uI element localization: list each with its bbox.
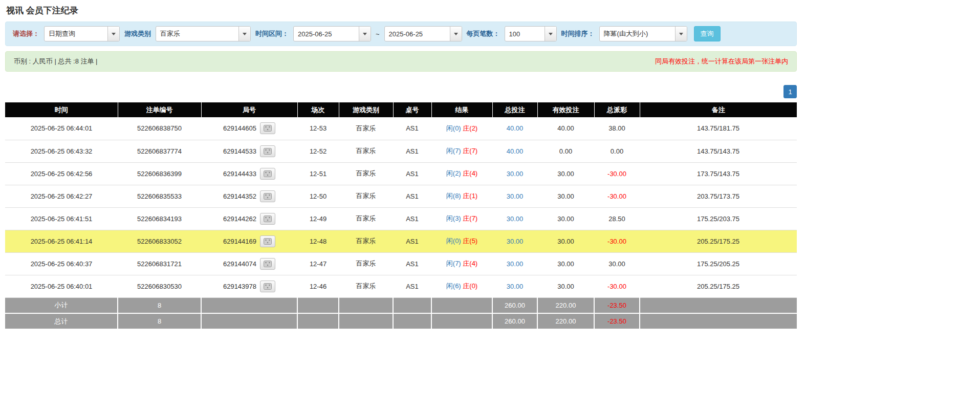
chevron-down-icon[interactable] <box>107 27 119 41</box>
column-header: 有效投注 <box>537 102 594 117</box>
date-from-select[interactable]: 2025-06-25 <box>293 26 371 41</box>
result-cell: 闲(0) 庄(5) <box>431 230 492 252</box>
search-button[interactable]: 查询 <box>694 26 721 41</box>
round-detail-button[interactable] <box>260 168 275 180</box>
result-banker: 庄(0) <box>463 282 477 290</box>
note: 203.75/173.75 <box>640 185 797 207</box>
round-detail-button[interactable] <box>260 122 275 134</box>
total-payout: 28.50 <box>594 207 640 230</box>
session: 12-47 <box>297 252 339 275</box>
round-detail-button[interactable] <box>260 235 275 247</box>
empty-cell <box>339 313 393 329</box>
game-type: 百家乐 <box>339 117 393 140</box>
date-type-value: 日期查询 <box>45 27 107 41</box>
chevron-down-icon[interactable] <box>238 27 250 41</box>
subtotal-total-bet: 260.00 <box>492 297 537 313</box>
game-type: 百家乐 <box>339 275 393 297</box>
round-id: 629144352 <box>223 192 256 200</box>
result-banker: 庄(4) <box>463 260 477 267</box>
bet-time: 2025-06-25 06:40:37 <box>5 252 118 275</box>
session: 12-48 <box>297 230 339 252</box>
valid-bet: 30.00 <box>537 252 594 275</box>
game-type-label: 游戏类别 <box>124 29 151 38</box>
valid-bet: 30.00 <box>537 162 594 185</box>
bet-id: 522606834193 <box>118 207 201 230</box>
bet-time: 2025-06-25 06:44:01 <box>5 117 118 140</box>
subtotal-count: 8 <box>118 297 201 313</box>
round-detail-button[interactable] <box>260 258 275 270</box>
round-id: 629144433 <box>223 170 256 178</box>
table-row: 2025-06-25 06:40:01 522606830530 6291439… <box>5 275 797 297</box>
total-bet-link[interactable]: 30.00 <box>507 238 524 245</box>
pagination-page-1[interactable]: 1 <box>783 85 797 98</box>
game-type: 百家乐 <box>339 185 393 207</box>
game-type-select[interactable]: 百家乐 <box>156 26 251 41</box>
empty-cell <box>297 297 339 313</box>
round-cell: 629144169 <box>201 230 297 252</box>
total-bet-link[interactable]: 30.00 <box>507 215 524 223</box>
pagination: 1 <box>5 85 797 98</box>
result-cell: 闲(6) 庄(0) <box>431 275 492 297</box>
total-bet-link[interactable]: 30.00 <box>507 192 524 200</box>
total-bet-link[interactable]: 30.00 <box>507 283 524 290</box>
table-row: 2025-06-25 06:42:27 522606835533 6291443… <box>5 185 797 207</box>
chevron-down-icon[interactable] <box>359 27 371 41</box>
note: 175.25/203.75 <box>640 207 797 230</box>
round-detail-button[interactable] <box>260 281 275 292</box>
result-player: 闲(3) <box>446 214 461 222</box>
table-number: AS1 <box>393 117 431 140</box>
empty-cell <box>393 297 431 313</box>
chevron-down-icon[interactable] <box>545 27 556 41</box>
bet-id: 522606830530 <box>118 275 201 297</box>
date-type-select[interactable]: 日期查询 <box>44 26 120 41</box>
dice-icon <box>264 261 272 267</box>
dice-icon <box>264 170 272 177</box>
sort-label: 时间排序： <box>561 29 595 38</box>
date-to-select[interactable]: 2025-06-25 <box>384 26 462 41</box>
total-bet-link[interactable]: 30.00 <box>507 170 524 178</box>
result-banker: 庄(4) <box>463 169 477 177</box>
note: 175.25/205.25 <box>640 252 797 275</box>
info-bar: 币别 : 人民币 | 总共 :8 注单 | 同局有效投注，统一计算在该局第一张注… <box>5 51 797 72</box>
total-payout: -30.00 <box>594 230 640 252</box>
table-number: AS1 <box>393 230 431 252</box>
sort-select[interactable]: 降冪(由大到小) <box>599 26 687 41</box>
total-bet-cell: 40.00 <box>492 140 537 162</box>
result-player: 闲(7) <box>446 260 461 267</box>
table-row: 2025-06-25 06:41:14 522606833052 6291441… <box>5 230 797 252</box>
column-header: 时间 <box>5 102 118 117</box>
bet-id: 522606836399 <box>118 162 201 185</box>
table-row: 2025-06-25 06:41:51 522606834193 6291442… <box>5 207 797 230</box>
round-detail-button[interactable] <box>260 213 275 225</box>
empty-cell <box>201 313 297 329</box>
round-detail-button[interactable] <box>260 145 275 157</box>
note: 205.25/175.25 <box>640 275 797 297</box>
total-total-bet: 260.00 <box>492 313 537 329</box>
total-bet-link[interactable]: 40.00 <box>507 147 524 155</box>
table-number: AS1 <box>393 207 431 230</box>
total-bet-link[interactable]: 30.00 <box>507 260 524 268</box>
valid-bet: 30.00 <box>537 275 594 297</box>
result-cell: 闲(2) 庄(4) <box>431 162 492 185</box>
total-count: 8 <box>118 313 201 329</box>
select-type-label: 请选择： <box>13 29 39 38</box>
total-bet-cell: 30.00 <box>492 252 537 275</box>
valid-bet: 30.00 <box>537 185 594 207</box>
column-header: 游戏类别 <box>339 102 393 117</box>
total-label: 总计 <box>5 313 118 329</box>
total-bet-link[interactable]: 40.00 <box>507 124 524 132</box>
bet-time: 2025-06-25 06:42:56 <box>5 162 118 185</box>
empty-cell <box>431 313 492 329</box>
result-banker: 庄(2) <box>463 124 477 132</box>
empty-cell <box>640 313 797 329</box>
round-detail-button[interactable] <box>260 190 275 202</box>
page-size-select[interactable]: 100 <box>505 26 557 41</box>
game-type: 百家乐 <box>339 252 393 275</box>
chevron-down-icon[interactable] <box>675 27 687 41</box>
notice-text: 同局有效投注，统一计算在该局第一张注单内 <box>655 57 788 66</box>
subtotal-label: 小计 <box>5 297 118 313</box>
dice-icon <box>264 283 272 290</box>
result-cell: 闲(7) 庄(7) <box>431 140 492 162</box>
chevron-down-icon[interactable] <box>450 27 462 41</box>
empty-cell <box>339 297 393 313</box>
